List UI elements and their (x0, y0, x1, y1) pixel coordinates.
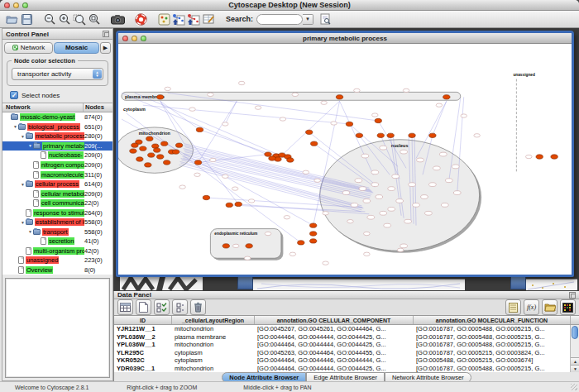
selected-node[interactable] (175, 143, 182, 147)
edge[interactable] (143, 105, 350, 124)
node[interactable] (400, 244, 408, 248)
selected-node[interactable] (443, 95, 450, 99)
selected-node[interactable] (265, 152, 271, 156)
node[interactable] (441, 203, 448, 208)
table-scrollbar[interactable]: ▲ ▼ (570, 325, 579, 372)
selected-node[interactable] (375, 118, 381, 122)
selected-node[interactable] (269, 156, 275, 160)
table-row[interactable]: YJR121W__1mitochondrion[GO:0045267, GO:0… (114, 325, 579, 333)
resize-grip[interactable] (571, 384, 577, 390)
search-dropdown-button[interactable]: ▼ (303, 14, 313, 25)
selected-node[interactable] (310, 223, 317, 227)
node[interactable] (409, 183, 416, 187)
selected-node[interactable] (161, 141, 168, 146)
tabs-overflow-button[interactable]: ▶ (100, 42, 111, 54)
col-go-cellular-component[interactable]: annotation.GO CELLULAR_COMPONENT (255, 316, 414, 324)
node[interactable] (421, 195, 428, 199)
node[interactable] (189, 108, 196, 111)
node[interactable] (452, 165, 459, 169)
selected-node[interactable] (429, 133, 436, 137)
node[interactable] (265, 232, 271, 235)
selected-node[interactable] (310, 232, 317, 236)
node[interactable] (380, 211, 387, 215)
node[interactable] (292, 93, 299, 96)
node[interactable] (347, 220, 354, 223)
selected-node[interactable] (196, 127, 203, 131)
selected-node[interactable] (223, 244, 229, 248)
node-color-dropdown[interactable]: transporter activity ▲▼ (12, 68, 103, 80)
node[interactable] (255, 106, 261, 109)
selected-node[interactable] (536, 155, 543, 159)
node[interactable] (367, 215, 375, 219)
node[interactable] (210, 158, 217, 161)
float-panel-icon[interactable] (569, 292, 576, 299)
tree-col-nodes[interactable]: Nodes (84, 103, 112, 112)
selected-node[interactable] (377, 133, 384, 137)
table-row[interactable]: YPL036W__1mitochondrion[GO:0044464, GO:0… (114, 341, 579, 349)
tab-network[interactable]: Network (4, 42, 53, 54)
selected-node[interactable] (140, 146, 146, 151)
node[interactable] (397, 248, 404, 251)
zoom-selected-region-icon[interactable] (72, 12, 87, 26)
selected-node[interactable] (346, 122, 352, 126)
tree-row[interactable]: cellular metabol209(0) (2, 189, 112, 198)
selected-node[interactable] (310, 239, 317, 243)
node[interactable] (354, 88, 361, 92)
node[interactable] (248, 199, 255, 203)
tree-row[interactable]: mosaic-demo-yeast874(0) (2, 112, 112, 122)
node[interactable] (223, 174, 229, 178)
node[interactable] (342, 191, 350, 195)
selected-node[interactable] (145, 163, 151, 167)
background-window-canvas[interactable] (526, 279, 577, 290)
new-attribute-icon[interactable] (136, 299, 151, 315)
birdseye-view-icon[interactable] (156, 12, 171, 26)
tree-col-network[interactable]: Network (2, 103, 84, 112)
tree-row[interactable]: nitrogen compo209(0) (2, 160, 112, 170)
node[interactable] (436, 103, 443, 107)
function-builder-icon[interactable]: f(x) (524, 299, 539, 315)
tree-row[interactable]: secretion41(0) (2, 237, 112, 246)
selected-node[interactable] (136, 157, 143, 161)
background-window-fragment[interactable] (120, 275, 203, 290)
selected-node[interactable] (551, 155, 557, 159)
node[interactable] (314, 179, 321, 182)
selected-node[interactable] (336, 95, 342, 99)
selected-node[interactable] (146, 136, 153, 141)
selected-node[interactable] (194, 160, 201, 165)
node[interactable] (445, 179, 452, 183)
selected-node[interactable] (387, 133, 394, 137)
node[interactable] (323, 261, 329, 265)
node[interactable] (413, 203, 420, 208)
selected-node[interactable] (298, 241, 304, 245)
selected-node[interactable] (306, 130, 313, 134)
selected-node[interactable] (226, 203, 232, 207)
import-attributes-folder-icon[interactable] (542, 299, 557, 315)
background-window-titlebar[interactable] (237, 276, 253, 289)
node[interactable] (429, 183, 437, 187)
tree-row[interactable]: Overview8(0) (2, 265, 112, 275)
node[interactable] (425, 211, 433, 215)
save-icon[interactable] (19, 12, 34, 26)
selected-node[interactable] (409, 133, 415, 137)
table-row[interactable]: YLR295Ccytoplasm[GO:0045263, GO:0044464,… (114, 349, 579, 357)
node[interactable] (179, 185, 186, 189)
node[interactable] (403, 88, 409, 92)
attribute-editor-icon[interactable] (201, 12, 216, 26)
node[interactable] (404, 219, 412, 223)
node[interactable] (372, 113, 379, 117)
table-row[interactable]: YKR052Ccytoplasm[GO:0044464, GO:0044446,… (114, 356, 579, 365)
tree-row[interactable]: cell communicat22(0) (2, 198, 112, 208)
node[interactable] (244, 256, 251, 260)
col-id[interactable]: ID (114, 316, 172, 324)
tree-row[interactable]: nucleobase-209(0) (2, 151, 112, 160)
tree-row[interactable]: ▼establishment of lo558(0) (2, 218, 112, 227)
node[interactable] (371, 183, 379, 187)
selected-node[interactable] (235, 202, 242, 206)
select-nodes-checkbox[interactable]: ✓ (10, 91, 18, 99)
node[interactable] (323, 212, 329, 215)
edge[interactable] (225, 101, 237, 124)
node[interactable] (364, 232, 371, 235)
node[interactable] (384, 223, 391, 227)
tree-row[interactable]: ▼transport558(0) (2, 227, 112, 237)
snapshot-camera-icon[interactable] (110, 12, 125, 26)
